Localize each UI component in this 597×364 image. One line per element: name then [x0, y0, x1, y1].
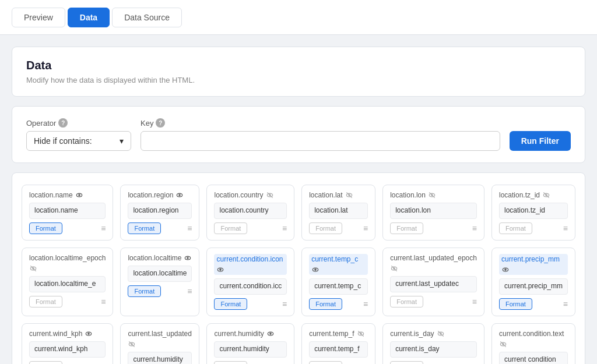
menu-icon[interactable]: ≡ — [101, 297, 106, 306]
format-button[interactable]: Format — [214, 361, 247, 364]
eye-icon — [175, 191, 184, 199]
format-button[interactable]: Format — [128, 222, 161, 234]
field-value: current.humidity — [128, 352, 192, 364]
field-card-current_precip_mm: current.precip_mm current.precip_mm Form… — [491, 248, 575, 316]
svg-point-24 — [315, 269, 316, 270]
eye-icon — [501, 266, 510, 274]
field-footer: Format ≡ — [128, 222, 192, 234]
format-button[interactable]: Format — [309, 222, 342, 234]
data-card: Data Modify how the data is displayed wi… — [12, 47, 585, 97]
menu-icon[interactable]: ≡ — [282, 224, 287, 233]
svg-point-29 — [505, 269, 506, 270]
field-card-location_name: location.name location.name Format ≡ — [22, 185, 113, 241]
chevron-down-icon: ▾ — [120, 136, 124, 146]
svg-point-3 — [179, 195, 180, 196]
operator-help-icon[interactable]: ? — [58, 118, 68, 128]
field-name-label: location.tz_id — [499, 191, 540, 199]
field-value: location.lat — [309, 203, 368, 219]
tab-datasource[interactable]: Data Source — [112, 8, 182, 27]
field-name-label: location.country — [214, 191, 263, 199]
menu-icon[interactable]: ≡ — [282, 299, 287, 309]
field-name-label: current.wind_kph — [29, 330, 82, 338]
run-filter-button[interactable]: Run Filter — [510, 131, 571, 151]
key-input[interactable] — [141, 131, 500, 151]
format-button[interactable]: Format — [214, 298, 247, 310]
field-header: current.last_updated_epoch — [390, 254, 477, 273]
field-footer: Format ≡ — [214, 298, 287, 310]
format-button[interactable]: Format — [29, 222, 62, 234]
field-header-name: location.lon — [390, 191, 436, 199]
format-button[interactable]: Format — [499, 298, 532, 310]
eye-off-icon — [542, 191, 550, 199]
field-footer: Format ≡ — [309, 222, 368, 234]
field-footer: Format ≡ — [390, 296, 477, 308]
field-card-location_lat: location.lat location.lat Format ≡ — [301, 185, 375, 241]
field-name-label: location.lat — [309, 191, 342, 199]
operator-value: Hide if contains: — [34, 136, 92, 146]
field-value: location.country — [214, 203, 287, 219]
field-header: location.localtime_epoch — [29, 254, 106, 273]
menu-icon[interactable]: ≡ — [363, 299, 368, 309]
field-value: current.humidity — [214, 341, 287, 358]
filter-row: Operator ? Hide if contains: ▾ Key ? Run… — [26, 118, 571, 151]
field-name-label: location.lon — [390, 191, 426, 199]
format-button[interactable]: Format — [128, 285, 161, 297]
format-button[interactable]: Format — [214, 222, 247, 234]
field-header: location.lon — [390, 191, 477, 199]
format-button[interactable]: Format — [29, 296, 62, 308]
menu-icon[interactable]: ≡ — [563, 299, 568, 309]
field-card-location_tz_id: location.tz_id location.tz_id Format ≡ — [491, 185, 575, 241]
tab-preview[interactable]: Preview — [12, 8, 65, 27]
field-header-name: current.temp_f — [309, 330, 364, 338]
eye-off-icon — [499, 340, 507, 348]
tab-data[interactable]: Data — [68, 8, 110, 27]
menu-icon[interactable]: ≡ — [472, 224, 477, 233]
field-name-label: current.temp_f — [309, 330, 354, 338]
field-footer: Format ≡ — [309, 361, 368, 364]
field-header: current.temp_f — [309, 330, 368, 338]
field-value: location.lon — [390, 203, 477, 219]
field-header-name: current.humidity — [214, 330, 274, 338]
field-card-current_temp_c: current.temp_c current.temp_c Format ≡ — [301, 248, 375, 316]
menu-icon[interactable]: ≡ — [472, 297, 477, 306]
field-value: current.last_updatec — [390, 276, 477, 292]
eye-icon — [266, 330, 275, 338]
eye-icon — [216, 266, 224, 274]
operator-select[interactable]: Hide if contains: ▾ — [26, 131, 131, 151]
menu-icon[interactable]: ≡ — [101, 224, 106, 233]
field-value: current.condition.icc — [214, 278, 287, 295]
format-button[interactable]: Format — [29, 361, 62, 364]
menu-icon[interactable]: ≡ — [187, 287, 192, 296]
field-value: location.tz_id — [499, 203, 568, 219]
field-footer: Format ≡ — [390, 222, 477, 234]
card-title: Data — [26, 59, 571, 72]
menu-icon[interactable]: ≡ — [563, 224, 568, 233]
field-value: current.is_day — [390, 341, 477, 358]
key-help-icon[interactable]: ? — [156, 118, 165, 128]
field-header-name: location.region — [128, 191, 184, 199]
key-group: Key ? — [141, 118, 500, 151]
field-value: current.temp_f — [309, 341, 368, 358]
field-header: location.region — [128, 191, 192, 199]
format-button[interactable]: Format — [390, 361, 423, 364]
field-card-current_condition_text: current.condition.text current condition… — [491, 323, 575, 364]
menu-icon[interactable]: ≡ — [363, 224, 368, 233]
field-value: location.localtime_e — [29, 276, 106, 292]
format-button[interactable]: Format — [309, 298, 342, 310]
eye-icon — [75, 191, 83, 199]
field-name-label: location.localtime_epoch — [29, 254, 106, 262]
field-header-name: current.last_updated_epoch — [390, 254, 477, 273]
format-button[interactable]: Format — [499, 222, 532, 234]
menu-icon[interactable]: ≡ — [187, 224, 192, 233]
field-value: location.name — [29, 203, 106, 219]
field-footer: Format ≡ — [128, 285, 192, 297]
filter-section: Operator ? Hide if contains: ▾ Key ? Run… — [12, 106, 585, 163]
field-header-name: current.condition.icon — [216, 255, 285, 274]
format-button[interactable]: Format — [390, 222, 423, 234]
eye-off-icon — [128, 340, 136, 348]
format-button[interactable]: Format — [390, 296, 423, 308]
format-button[interactable]: Format — [309, 361, 342, 364]
field-name-label: location.name — [29, 191, 73, 199]
field-name-label: current.humidity — [214, 330, 264, 338]
field-header-name: current.temp_c — [311, 255, 366, 274]
